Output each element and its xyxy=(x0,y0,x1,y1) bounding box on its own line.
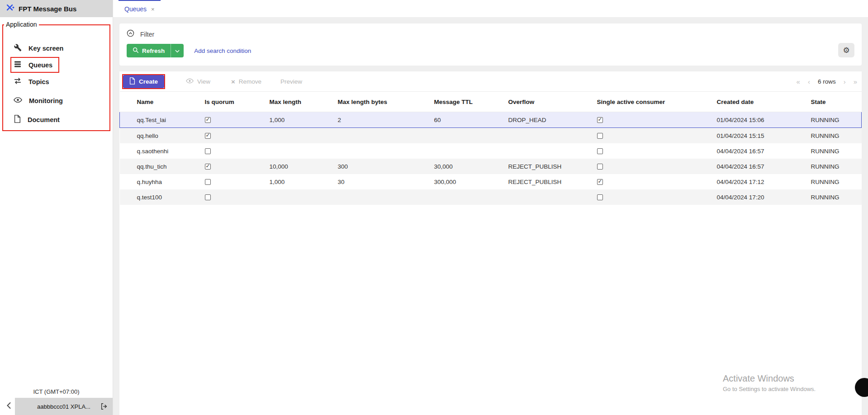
row-count-label: 6 rows xyxy=(818,78,836,85)
timezone-label: ICT (GMT+07:00) xyxy=(0,388,113,395)
sidebar: FPT Message Bus Application Key screen xyxy=(0,0,113,415)
gear-icon: ⚙ xyxy=(843,47,849,54)
cell-created-date: 04/04/2024 16:57 xyxy=(713,143,807,159)
sidebar-item-monitoring[interactable]: Monitoring xyxy=(14,92,104,109)
is-quorum-checkbox xyxy=(205,179,211,185)
last-page-icon[interactable]: » xyxy=(854,78,857,85)
sidebar-section-label: Application xyxy=(4,21,39,28)
preview-button[interactable]: Preview xyxy=(280,78,302,85)
view-button[interactable]: View xyxy=(186,78,210,85)
app-logo-icon xyxy=(5,3,14,14)
row-spacer-cell xyxy=(120,143,133,159)
tab-queues[interactable]: Queues × xyxy=(119,0,161,17)
create-label: Create xyxy=(139,78,158,85)
cell-is-quorum xyxy=(201,128,266,144)
logout-icon[interactable] xyxy=(100,403,108,411)
queue-table-body: qq.Test_lai1,000260DROP_HEAD01/04/2024 1… xyxy=(120,112,862,205)
filter-collapse-icon[interactable] xyxy=(127,29,134,39)
sidebar-item-document[interactable]: Document xyxy=(14,111,104,128)
cell-name: q.saothenhi xyxy=(133,143,201,159)
table-row[interactable]: qq.Test_lai1,000260DROP_HEAD01/04/2024 1… xyxy=(120,112,862,128)
refresh-dropdown-arrow[interactable] xyxy=(171,44,184,57)
sidebar-collapse-button[interactable] xyxy=(4,401,14,411)
new-file-icon xyxy=(129,77,135,86)
cell-created-date: 04/04/2024 17:20 xyxy=(713,189,807,205)
app-window: FPT Message Bus Application Key screen xyxy=(0,0,868,415)
cell-name: qq.hello xyxy=(133,128,201,144)
cell-message-ttl xyxy=(431,189,505,205)
user-menu[interactable]: aabbbccc01 XPLA... xyxy=(15,398,113,415)
create-button[interactable]: Create xyxy=(123,75,164,88)
cell-message-ttl: 60 xyxy=(431,112,505,128)
watermark-line2: Go to Settings to activate Windows. xyxy=(723,386,816,392)
cell-max-length-bytes: 300 xyxy=(334,159,431,174)
tab-close-icon[interactable]: × xyxy=(151,6,155,13)
column-header: Is quorum xyxy=(201,92,266,112)
cell-message-ttl xyxy=(431,143,505,159)
cell-max-length-bytes xyxy=(334,189,431,205)
first-page-icon[interactable]: « xyxy=(797,78,800,85)
sidebar-item-label: Key screen xyxy=(28,45,63,52)
cell-state: RUNNING xyxy=(807,112,862,128)
cell-max-length: 10,000 xyxy=(266,159,334,174)
eye-icon xyxy=(186,78,194,85)
sidebar-header: FPT Message Bus xyxy=(0,0,113,17)
row-spacer-cell xyxy=(120,189,133,205)
column-header: Created date xyxy=(713,92,807,112)
table-row[interactable]: q.test10004/04/2024 17:20RUNNING xyxy=(120,189,862,205)
remove-label: Remove xyxy=(239,78,261,85)
column-header: Max length xyxy=(266,92,334,112)
row-spacer-cell xyxy=(120,174,133,189)
view-label: View xyxy=(197,78,210,85)
cell-overflow: REJECT_PUBLISH xyxy=(505,159,593,174)
sidebar-body: Application Key screen Queues xyxy=(0,17,113,415)
header-spacer-cell xyxy=(120,92,133,112)
cell-single-active-consumer xyxy=(593,189,713,205)
column-header: Name xyxy=(133,92,201,112)
table-row[interactable]: qq.hello01/04/2024 15:15RUNNING xyxy=(120,128,862,144)
cell-is-quorum xyxy=(201,174,266,189)
activate-windows-watermark: Activate Windows Go to Settings to activ… xyxy=(723,373,816,392)
table-row[interactable]: q.huyhha1,00030300,000REJECT_PUBLISH04/0… xyxy=(120,174,862,189)
refresh-button[interactable]: Refresh xyxy=(127,44,184,57)
prev-page-icon[interactable]: ‹ xyxy=(808,78,810,85)
single-active-consumer-checkbox xyxy=(597,164,603,170)
sidebar-item-key-screen[interactable]: Key screen xyxy=(14,40,104,57)
cell-overflow xyxy=(505,128,593,144)
sidebar-item-queues[interactable]: Queues xyxy=(14,57,104,73)
settings-button[interactable]: ⚙ xyxy=(838,43,854,57)
cell-name: q.huyhha xyxy=(133,174,201,189)
user-name: aabbbccc01 XPLA... xyxy=(37,403,90,410)
row-spacer-cell xyxy=(120,128,133,144)
cell-single-active-consumer xyxy=(593,143,713,159)
annotation-box-queues: Queues xyxy=(10,57,59,73)
cell-overflow xyxy=(505,189,593,205)
cell-state: RUNNING xyxy=(807,128,862,144)
cell-name: qq.Test_lai xyxy=(133,112,201,128)
table-row[interactable]: qq.thu_tich10,00030030,000REJECT_PUBLISH… xyxy=(120,159,862,174)
cell-max-length-bytes xyxy=(334,143,431,159)
queues-table-head: NameIs quorumMax lengthMax length bytesM… xyxy=(120,92,862,112)
sidebar-item-topics[interactable]: Topics xyxy=(14,73,104,90)
cell-max-length-bytes xyxy=(334,128,431,144)
x-icon: × xyxy=(231,78,235,85)
wrench-icon xyxy=(14,43,22,53)
single-active-consumer-checkbox xyxy=(597,117,603,123)
cell-state: RUNNING xyxy=(807,189,862,205)
is-quorum-checkbox xyxy=(205,117,211,123)
cell-is-quorum xyxy=(201,112,266,128)
table-row[interactable]: q.saothenhi04/04/2024 16:57RUNNING xyxy=(120,143,862,159)
next-page-icon[interactable]: › xyxy=(844,78,846,85)
cell-max-length xyxy=(266,189,334,205)
document-icon xyxy=(14,115,21,124)
cell-created-date: 04/04/2024 16:57 xyxy=(713,159,807,174)
filter-panel: Filter Refresh xyxy=(119,24,862,66)
cell-message-ttl: 300,000 xyxy=(431,174,505,189)
column-header: State xyxy=(807,92,862,112)
cell-overflow xyxy=(505,143,593,159)
add-search-condition-link[interactable]: Add search condition xyxy=(194,47,251,54)
column-header: Message TTL xyxy=(431,92,505,112)
cell-max-length xyxy=(266,143,334,159)
cell-state: RUNNING xyxy=(807,143,862,159)
remove-button[interactable]: × Remove xyxy=(231,78,261,85)
